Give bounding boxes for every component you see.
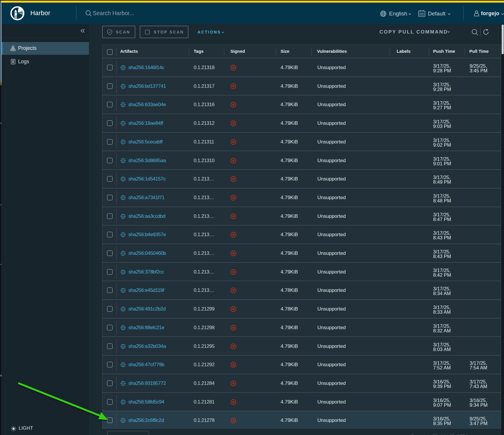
svg-text:HELM: HELM [120,364,126,366]
svg-text:HELM: HELM [120,104,126,106]
svg-text:HELM: HELM [120,159,126,162]
svg-text:HELM: HELM [120,215,126,217]
svg-text:HELM: HELM [120,345,126,347]
svg-text:HELM: HELM [120,271,126,273]
svg-text:HELM: HELM [120,197,126,199]
svg-text:HELM: HELM [120,66,126,69]
svg-text:HELM: HELM [120,290,126,292]
svg-text:HELM: HELM [120,85,126,87]
svg-text:HELM: HELM [120,234,126,236]
svg-text:HELM: HELM [120,178,126,180]
svg-text:HELM: HELM [120,382,126,384]
svg-text:HELM: HELM [120,327,126,329]
svg-text:HELM: HELM [120,252,126,254]
svg-text:HELM: HELM [120,308,126,310]
svg-text:HELM: HELM [120,420,126,422]
svg-text:HELM: HELM [120,141,126,143]
svg-text:HELM: HELM [120,122,126,124]
svg-text:HELM: HELM [120,401,126,403]
